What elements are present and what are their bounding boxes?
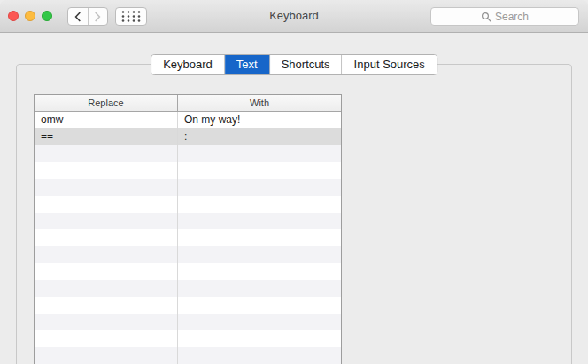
table-row-empty[interactable] — [35, 280, 341, 297]
title-bar: Keyboard Search — [0, 0, 588, 33]
tab-input-sources[interactable]: Input Sources — [343, 55, 437, 74]
with-cell: : — [178, 128, 341, 145]
column-header-with[interactable]: With — [178, 95, 341, 111]
search-icon — [481, 12, 491, 22]
search-placeholder: Search — [495, 11, 529, 23]
replace-cell: omw — [35, 112, 178, 128]
search-input[interactable]: Search — [430, 7, 579, 26]
table-row[interactable]: omw On my way! — [35, 112, 341, 128]
table-row-empty[interactable] — [35, 179, 341, 196]
table-body: omw On my way! == : — [35, 112, 341, 364]
table-row-empty[interactable] — [35, 297, 341, 314]
table-row-selected[interactable]: == : — [35, 128, 341, 145]
table-row-empty[interactable] — [35, 314, 341, 330]
table-row-empty[interactable] — [35, 162, 341, 179]
tab-keyboard[interactable]: Keyboard — [151, 55, 225, 74]
table-row-empty[interactable] — [35, 347, 341, 364]
replace-cell: == — [35, 128, 178, 145]
table-row-empty[interactable] — [35, 229, 341, 246]
keyboard-preferences-window: { "window": { "title": "Keyboard", "sear… — [0, 0, 588, 364]
table-row-empty[interactable] — [35, 213, 341, 229]
tab-shortcuts[interactable]: Shortcuts — [270, 55, 343, 74]
with-cell: On my way! — [178, 112, 341, 128]
table-row-empty[interactable] — [35, 196, 341, 213]
table-row-empty[interactable] — [35, 263, 341, 280]
tab-bar: Keyboard Text Shortcuts Input Sources — [151, 54, 437, 75]
table-header: Replace With — [35, 95, 341, 112]
table-row-empty[interactable] — [35, 145, 341, 162]
text-replacement-table: Replace With omw On my way! == : — [34, 94, 342, 364]
column-header-replace[interactable]: Replace — [35, 95, 178, 111]
tab-text[interactable]: Text — [225, 55, 270, 74]
table-row-empty[interactable] — [35, 246, 341, 263]
table-row-empty[interactable] — [35, 330, 341, 347]
